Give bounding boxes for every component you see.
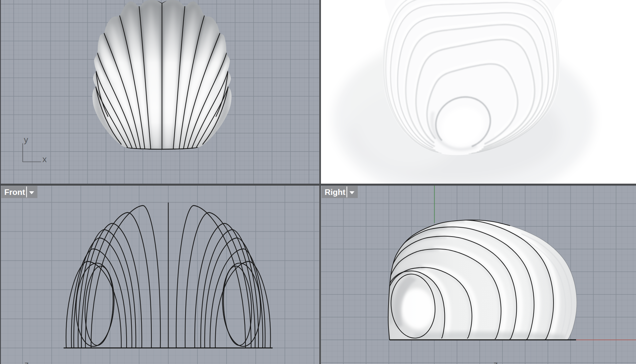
svg-text:Front: Front <box>4 188 25 197</box>
svg-text:Right: Right <box>325 188 345 197</box>
svg-text:y: y <box>24 135 28 145</box>
svg-text:z: z <box>25 359 29 364</box>
svg-text:x: x <box>42 154 47 164</box>
svg-text:z: z <box>494 359 498 364</box>
